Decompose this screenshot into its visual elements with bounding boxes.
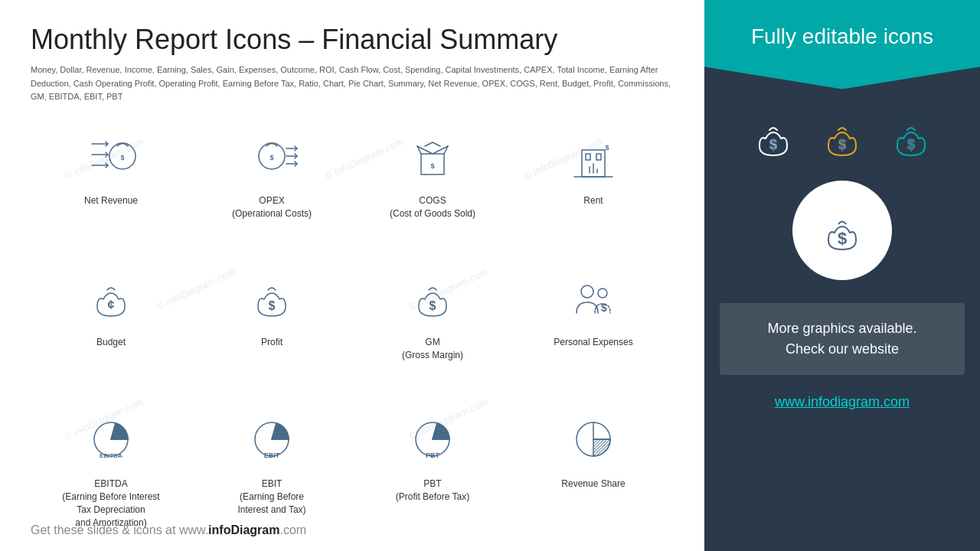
rent-label: Rent xyxy=(583,194,603,207)
left-panel: Monthly Report Icons – Financial Summary… xyxy=(0,0,704,551)
icon-cell-profit: $ Profit xyxy=(191,261,352,395)
bottom-text: Get these slides & icons at www.infoDiag… xyxy=(31,523,306,537)
personal-expenses-icon: $ xyxy=(563,269,624,330)
website-link[interactable]: www.infodiagram.com xyxy=(775,394,910,410)
showcase-bag-teal: $ xyxy=(884,112,938,165)
svg-text:$: $ xyxy=(605,144,609,152)
icon-cell-personal-expenses: $ Personal Expenses xyxy=(513,261,674,395)
icon-cell-gm: $ GM(Gross Margin) xyxy=(352,261,513,395)
pbt-icon: PBT xyxy=(402,410,463,471)
showcase-circle: $ xyxy=(792,181,892,280)
icon-showcase-row: $ $ $ xyxy=(746,112,938,165)
svg-point-36 xyxy=(598,289,607,298)
svg-text:EBITDA: EBITDA xyxy=(100,452,122,459)
cogs-icon: $ xyxy=(402,127,463,188)
revenue-share-icon xyxy=(563,410,624,471)
rent-icon: $ xyxy=(563,127,624,188)
cogs-label: COGS(Cost of Goods Sold) xyxy=(390,194,475,220)
ebit-label: EBIT(Earning BeforeInterest and Tax) xyxy=(237,478,305,516)
svg-text:$: $ xyxy=(430,299,436,312)
icon-cell-cogs: $ COGS(Cost of Goods Sold) xyxy=(352,119,513,253)
showcase-large-bag-icon: $ xyxy=(808,196,877,265)
page-title: Monthly Report Icons – Financial Summary xyxy=(31,23,674,56)
gm-icon: $ xyxy=(402,269,463,330)
icon-cell-pbt: PBT PBT(Profit Before Tax) xyxy=(352,403,513,536)
svg-text:EBIT: EBIT xyxy=(264,452,280,459)
opex-label: OPEX(Operational Costs) xyxy=(232,194,312,220)
svg-text:$: $ xyxy=(838,137,846,152)
icon-cell-budget: ¢ Budget xyxy=(31,261,191,395)
right-top-banner: Fully editable icons xyxy=(704,0,980,89)
svg-text:$: $ xyxy=(270,154,273,161)
net-revenue-icon: $ xyxy=(80,127,142,188)
svg-text:$: $ xyxy=(907,137,915,152)
more-graphics-text: More graphics available.Check our websit… xyxy=(743,318,942,360)
right-panel-title: Fully editable icons xyxy=(720,23,965,51)
showcase-bag-orange: $ xyxy=(815,112,869,165)
budget-label: Budget xyxy=(96,336,126,349)
budget-icon: ¢ xyxy=(80,269,142,330)
subtitle: Money, Dollar, Revenue, Income, Earning,… xyxy=(31,64,674,104)
svg-text:$: $ xyxy=(838,229,847,248)
icon-grid: $ Net Revenue $ OPEX(Operational Cost xyxy=(31,119,674,537)
ebitda-label: EBITDA(Earning Before InterestTax Deprec… xyxy=(62,478,159,529)
right-panel: Fully editable icons $ $ $ $ xyxy=(704,0,980,551)
svg-point-35 xyxy=(581,285,593,298)
ebit-icon: EBIT xyxy=(241,410,302,471)
svg-text:$: $ xyxy=(430,162,434,170)
icon-cell-ebit: EBIT EBIT(Earning BeforeInterest and Tax… xyxy=(191,403,352,536)
icon-cell-opex: $ OPEX(Operational Costs) xyxy=(191,119,352,253)
pbt-label: PBT(Profit Before Tax) xyxy=(396,478,469,504)
personal-expenses-label: Personal Expenses xyxy=(554,336,632,349)
svg-text:$: $ xyxy=(120,154,124,161)
svg-text:$: $ xyxy=(601,302,607,314)
icon-cell-net-revenue: $ Net Revenue xyxy=(31,119,191,253)
svg-rect-25 xyxy=(586,154,590,160)
svg-text:$: $ xyxy=(269,299,276,312)
icon-cell-rent: $ Rent xyxy=(513,119,674,253)
gm-label: GM(Gross Margin) xyxy=(402,336,463,362)
opex-icon: $ xyxy=(241,127,302,188)
icon-cell-revenue-share: Revenue Share xyxy=(513,403,674,536)
svg-rect-26 xyxy=(596,154,601,160)
revenue-share-label: Revenue Share xyxy=(561,478,625,491)
svg-text:¢: ¢ xyxy=(108,298,115,311)
showcase-bag-white: $ xyxy=(746,112,800,165)
icon-cell-ebitda: EBITDA EBITDA(Earning Before InterestTax… xyxy=(31,403,191,536)
ebitda-icon: EBITDA xyxy=(80,410,142,471)
more-graphics-box: More graphics available.Check our websit… xyxy=(720,303,965,375)
brand-name: infoDiagram xyxy=(208,523,279,536)
svg-text:$: $ xyxy=(769,137,777,152)
profit-label: Profit xyxy=(261,336,283,349)
svg-text:PBT: PBT xyxy=(426,452,440,459)
net-revenue-label: Net Revenue xyxy=(84,194,138,207)
profit-icon: $ xyxy=(241,269,302,330)
